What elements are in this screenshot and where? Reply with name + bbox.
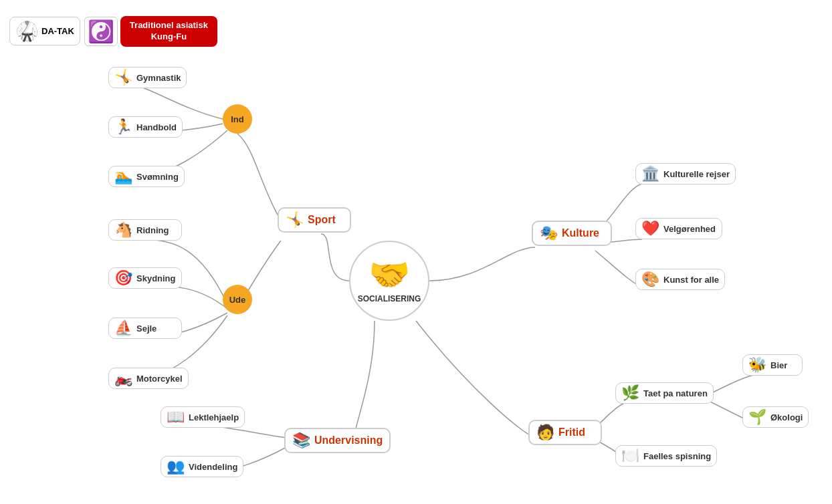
- datak-icon: 🥋: [15, 20, 39, 42]
- group-ude[interactable]: Ude: [223, 285, 252, 314]
- sport-label: Sport: [308, 214, 336, 226]
- kunst-icon: 🎨: [641, 272, 659, 287]
- socialisering-icon: 🤝: [369, 258, 410, 291]
- node-sejle[interactable]: ⛵ Sejle: [108, 318, 182, 339]
- node-kulturelle[interactable]: 🏛️ Kulturelle rejser: [635, 163, 736, 184]
- lektie-icon: 📖: [167, 410, 185, 424]
- kulturelle-label: Kulturelle rejser: [663, 169, 730, 179]
- undervisning-icon: 📚: [292, 433, 310, 448]
- fritid-icon: 🧑: [536, 425, 554, 440]
- node-taet[interactable]: 🌿 Taet pa naturen: [615, 382, 714, 404]
- bier-label: Bier: [770, 360, 787, 370]
- sejle-label: Sejle: [136, 324, 157, 334]
- group-ind[interactable]: Ind: [223, 104, 252, 134]
- node-okologi[interactable]: 🌱 Økologi: [742, 406, 809, 428]
- node-videndeling[interactable]: 👥 Videndeling: [161, 456, 243, 477]
- node-velgørenhed[interactable]: ❤️ Velgørenhed: [635, 218, 722, 239]
- videndeling-icon: 👥: [167, 459, 185, 474]
- node-lektiehjælp[interactable]: 📖 Lektlehjaelp: [161, 406, 245, 428]
- yinyang-icon: ☯️: [84, 17, 118, 46]
- okologi-icon: 🌱: [748, 410, 766, 424]
- okologi-label: Økologi: [770, 412, 803, 422]
- motorcykel-label: Motorcykel: [136, 374, 183, 384]
- skydning-label: Skydning: [136, 273, 176, 283]
- svomning-icon: 🏊: [114, 169, 132, 184]
- kulturelle-icon: 🏛️: [641, 166, 659, 181]
- node-undervisning[interactable]: 📚 Undervisning: [284, 428, 391, 453]
- node-svomning[interactable]: 🏊 Svømning: [108, 166, 185, 187]
- node-sport[interactable]: 🤸 Sport: [278, 207, 351, 233]
- logo-title[interactable]: Traditionel asiatisk Kung-Fu: [120, 16, 217, 47]
- center-node[interactable]: 🤝 SOCIALISERING: [349, 241, 429, 321]
- node-faelles[interactable]: 🍽️ Faelles spisning: [615, 445, 717, 467]
- sport-icon: 🤸: [286, 213, 304, 227]
- velgørenhed-icon: ❤️: [641, 221, 659, 236]
- svomning-label: Svømning: [136, 172, 179, 182]
- node-skydning[interactable]: 🎯 Skydning: [108, 267, 182, 289]
- node-fritid[interactable]: 🧑 Fritid: [528, 420, 602, 445]
- skydning-icon: 🎯: [114, 271, 132, 285]
- logo-area: 🥋 DA-TAK ☯️ Traditionel asiatisk Kung-Fu: [9, 16, 217, 47]
- kultur-label: Kulture: [562, 227, 599, 239]
- fritid-label: Fritid: [558, 426, 585, 438]
- datak-label: DA-TAK: [41, 26, 74, 36]
- velgørenhed-label: Velgørenhed: [663, 224, 716, 234]
- node-gymnastik[interactable]: 🤸 Gymnastik: [108, 67, 187, 88]
- gymnastik-icon: 🤸: [114, 70, 132, 85]
- node-kultur[interactable]: 🎭 Kulture: [532, 221, 612, 246]
- faelles-label: Faelles spisning: [643, 451, 711, 461]
- bier-icon: 🐝: [748, 358, 766, 372]
- motorcykel-icon: 🏍️: [114, 371, 132, 386]
- node-kunst[interactable]: 🎨 Kunst for alle: [635, 269, 725, 290]
- lektie-label: Lektlehjaelp: [189, 412, 239, 422]
- datak-logo[interactable]: 🥋 DA-TAK: [9, 17, 80, 45]
- kunst-label: Kunst for alle: [663, 275, 719, 285]
- taet-label: Taet pa naturen: [643, 388, 708, 398]
- faelles-icon: 🍽️: [621, 449, 639, 463]
- sejle-icon: ⛵: [114, 321, 132, 336]
- taet-icon: 🌿: [621, 386, 639, 400]
- handbold-label: Handbold: [136, 122, 177, 132]
- videndeling-label: Videndeling: [189, 462, 237, 472]
- gymnastik-label: Gymnastik: [136, 73, 181, 83]
- center-label: SOCIALISERING: [358, 294, 421, 303]
- node-bier[interactable]: 🐝 Bier: [742, 354, 803, 376]
- node-motorcykel[interactable]: 🏍️ Motorcykel: [108, 368, 189, 389]
- node-handbold[interactable]: 🏃 Handbold: [108, 116, 183, 138]
- handbold-icon: 🏃: [114, 120, 132, 134]
- ridning-icon: 🐴: [114, 223, 132, 237]
- undervisning-label: Undervisning: [314, 434, 383, 447]
- ridning-label: Ridning: [136, 225, 169, 235]
- kultur-icon: 🎭: [540, 226, 558, 241]
- node-ridning[interactable]: 🐴 Ridning: [108, 219, 182, 241]
